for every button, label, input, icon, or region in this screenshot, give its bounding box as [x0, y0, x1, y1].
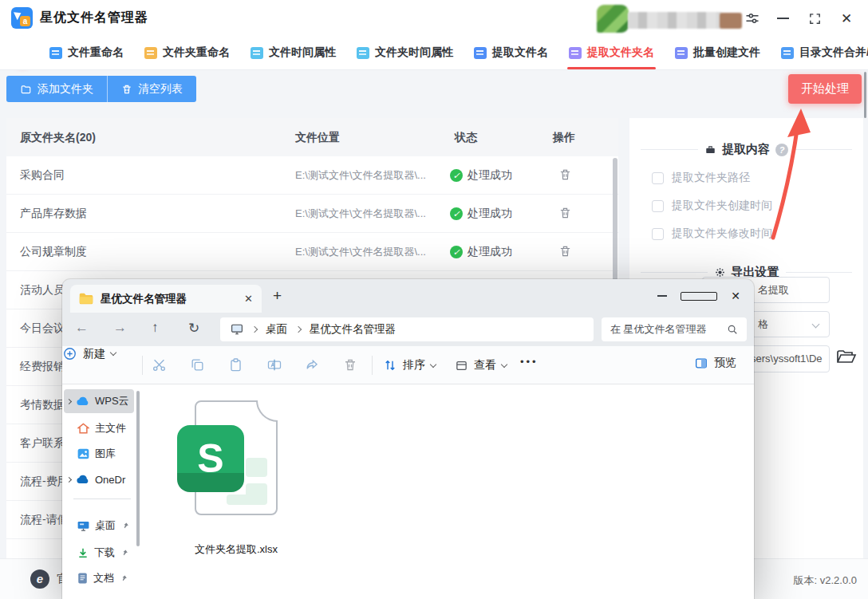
table-row: 采购合同 E:\测试文件\文件名提取器\... 处理成功 [6, 156, 618, 195]
more-icon[interactable]: ••• [520, 356, 539, 368]
gallery-icon [77, 448, 89, 459]
sidebar-item-desktop[interactable]: 桌面 [77, 514, 129, 537]
explorer-minimize-icon[interactable] [644, 279, 681, 313]
website-icon [30, 569, 49, 589]
sidebar-item-onedrive[interactable]: OneDr [67, 468, 125, 491]
breadcrumb-desktop[interactable]: 桌面 [266, 322, 287, 337]
trash-icon [121, 84, 132, 95]
start-process-button[interactable]: 开始处理 [788, 74, 862, 104]
add-folder-button[interactable]: 添加文件夹 [6, 76, 108, 102]
tab-file-time[interactable]: 文件时间属性 [251, 36, 336, 69]
sort-icon [383, 358, 397, 372]
house-icon [77, 423, 89, 434]
copy-button[interactable] [190, 357, 205, 372]
option-extract-path: 提取文件夹路径 [652, 171, 863, 185]
tab-close-icon[interactable]: ✕ [244, 293, 253, 305]
breadcrumb[interactable]: 桌面 星优文件名管理器 [220, 317, 594, 341]
app-titlebar: a 星优文件名管理器 ✕ [0, 0, 868, 36]
monitor-icon [231, 324, 243, 335]
tab-extract-filename[interactable]: 提取文件名 [474, 36, 548, 69]
app-scrollbar[interactable] [864, 72, 866, 118]
delete-row-button[interactable] [558, 244, 572, 258]
explorer-toolbar: 新建 排序 查看 ••• 预览 [62, 346, 754, 384]
explorer-sidebar: WPS云 主文件 图库 OneDr 桌面 [62, 384, 140, 599]
tab-batch-create[interactable]: 批量创建文件 [675, 36, 760, 69]
option-extract-modified: 提取文件夹修改时间 [652, 227, 863, 241]
search-icon [727, 324, 738, 335]
pin-icon [120, 549, 128, 557]
extract-filename-tab-icon [474, 47, 487, 59]
rename-button[interactable] [266, 357, 282, 372]
preview-button[interactable]: 预览 [694, 356, 736, 370]
checkbox[interactable] [652, 172, 664, 184]
clear-list-button[interactable]: 清空列表 [108, 76, 196, 102]
chevron-right-icon [295, 326, 302, 333]
explorer-maximize-icon[interactable] [681, 279, 717, 313]
breadcrumb-folder[interactable]: 星优文件名管理器 [310, 322, 396, 337]
briefcase-icon [704, 144, 716, 156]
sidebar-item-documents[interactable]: 文档 [77, 567, 128, 589]
version-label: 版本: v2.2.0.0 [794, 573, 857, 588]
delete-row-button[interactable] [558, 206, 572, 220]
excel-file-icon: S [195, 400, 278, 515]
sidebar-item-wps-cloud[interactable]: WPS云 [67, 390, 129, 412]
sidebar-item-home[interactable]: 主文件 [77, 417, 126, 439]
batch-create-tab-icon [675, 47, 688, 59]
back-icon[interactable]: ← [75, 320, 89, 336]
chevron-expand-icon[interactable] [66, 398, 72, 404]
cut-button[interactable] [152, 357, 167, 372]
help-icon[interactable] [775, 144, 788, 156]
share-button[interactable] [305, 357, 320, 372]
explorer-tab[interactable]: 星优文件名管理器 ✕ [70, 285, 262, 313]
sidebar-item-gallery[interactable]: 图库 [77, 443, 116, 465]
rename-icon [266, 357, 282, 372]
chevron-down-icon [812, 321, 820, 329]
explorer-close-icon[interactable]: ✕ [717, 279, 754, 313]
up-icon[interactable]: ↑ [152, 320, 159, 336]
delete-row-button[interactable] [558, 167, 572, 182]
maximize-icon[interactable] [804, 9, 825, 28]
cut-icon [152, 357, 167, 372]
folder-plus-icon [20, 84, 32, 95]
desktop-icon [77, 521, 89, 531]
tab-folder-time[interactable]: 文件夹时间属性 [357, 36, 453, 69]
file-explorer-window: 星优文件名管理器 ✕ + ✕ ← → ↑ ↻ 桌面 星优文件名管理器 在 星优文… [62, 279, 754, 599]
user-avatar[interactable] [597, 5, 629, 33]
delete-button[interactable] [343, 357, 357, 372]
tab-folder-rename[interactable]: 文件夹重命名 [144, 36, 230, 69]
success-icon [450, 169, 463, 182]
tab-extract-foldername[interactable]: 提取文件夹名 [569, 36, 654, 69]
checkbox[interactable] [652, 200, 664, 212]
checkbox[interactable] [652, 228, 664, 240]
refresh-icon[interactable]: ↻ [188, 320, 199, 337]
settings-sliders-icon[interactable] [742, 9, 763, 28]
search-input[interactable]: 在 星优文件名管理器 [602, 317, 747, 341]
trash-icon [558, 167, 572, 182]
main-tab-bar: 文件重命名 文件夹重命名 文件时间属性 文件夹时间属性 提取文件名 提取文件夹名… [0, 36, 868, 70]
paste-button[interactable] [228, 357, 243, 372]
close-icon[interactable]: ✕ [836, 9, 857, 28]
sort-button[interactable]: 排序 [383, 356, 436, 375]
folder-time-tab-icon [357, 47, 369, 59]
explorer-address-bar: ← → ↑ ↻ 桌面 星优文件名管理器 在 星优文件名管理器 [62, 313, 754, 346]
table-row: 公司规章制度 E:\测试文件\文件名提取器\... 处理成功 [6, 233, 618, 271]
sidebar-item-downloads[interactable]: 下载 [77, 542, 128, 564]
browse-folder-button[interactable] [836, 348, 857, 365]
tab-file-rename[interactable]: 文件重命名 [49, 36, 124, 69]
file-name-label: 文件夹名提取.xlsx [140, 542, 332, 557]
table-header: 原文件夹名(20) 文件位置 状态 操作 [6, 118, 618, 156]
forward-icon[interactable]: → [113, 320, 127, 336]
view-button[interactable]: 查看 [455, 356, 507, 375]
tab-merge-extract[interactable]: 目录文件合并/提取 [781, 36, 868, 69]
onedrive-icon [76, 475, 89, 484]
chevron-down-icon [501, 361, 507, 367]
folder-rename-tab-icon [144, 47, 157, 59]
new-tab-icon[interactable]: + [273, 287, 282, 305]
extract-foldername-tab-icon [569, 47, 582, 59]
minimize-icon[interactable] [772, 9, 793, 28]
merge-extract-tab-icon [781, 47, 794, 59]
app-title: 星优文件名管理器 [40, 10, 148, 26]
chevron-expand-icon[interactable] [66, 476, 72, 482]
trash-icon [558, 206, 572, 220]
pin-icon [121, 522, 129, 530]
